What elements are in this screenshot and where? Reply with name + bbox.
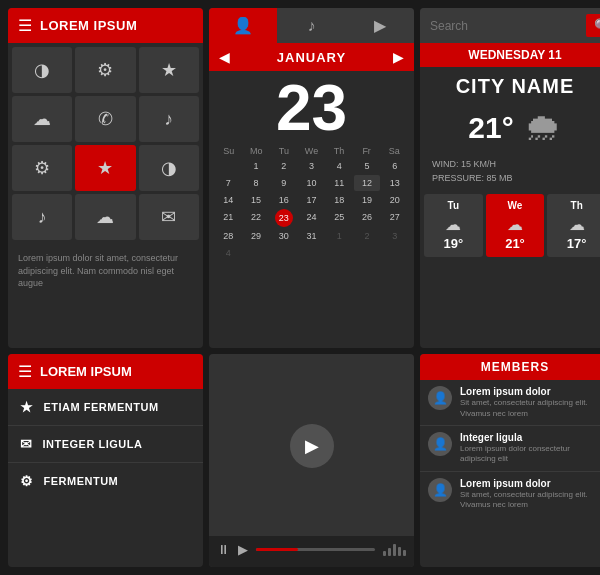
- player-controls: ⏸ ▶: [209, 536, 414, 567]
- cal-day[interactable]: 30: [270, 228, 297, 244]
- play-button[interactable]: ▶: [290, 424, 334, 468]
- day-header-Tu: Tu: [270, 146, 298, 156]
- cal-day[interactable]: 18: [326, 192, 353, 208]
- pause-button[interactable]: ⏸: [217, 542, 230, 557]
- weather-day-We: We ☁ 21°: [486, 194, 545, 257]
- music2-cell[interactable]: ♪: [12, 194, 72, 240]
- tab-music[interactable]: ♪: [277, 8, 345, 43]
- cal-day[interactable]: 31: [298, 228, 325, 244]
- weather-city: CITY NAME: [420, 67, 600, 102]
- star2-cell[interactable]: ★: [75, 145, 135, 191]
- menu-item-icon: ✉: [20, 436, 33, 452]
- cal-day[interactable]: 11: [326, 175, 353, 191]
- left-header-title: LOREM IPSUM: [40, 18, 137, 33]
- member-description: Lorem ipsum dolor consectetur adipiscing…: [460, 444, 600, 465]
- cal-day[interactable]: 4: [215, 245, 242, 261]
- cal-day[interactable]: 17: [298, 192, 325, 208]
- next-month-button[interactable]: ▶: [393, 49, 404, 65]
- cal-day[interactable]: 8: [243, 175, 270, 191]
- weather-main: 21° 🌧: [420, 102, 600, 153]
- cal-day[interactable]: 1: [243, 158, 270, 174]
- cal-day[interactable]: 16: [270, 192, 297, 208]
- menu-widget: ☰ LOREM IPSUM ★ ETIAM FERMENTUM ✉ INTEGE…: [8, 354, 203, 567]
- menu-item-fermentum[interactable]: ⚙ FERMENTUM: [8, 463, 203, 499]
- cal-day[interactable]: 4: [326, 158, 353, 174]
- stop-button[interactable]: ▶: [238, 542, 248, 557]
- weather-days: Tu ☁ 19° We ☁ 21° Th ☁ 17°: [420, 190, 600, 261]
- members-widget: MEMBERS 👤 Lorem ipsum dolor Sit amet, co…: [420, 354, 600, 567]
- progress-bar[interactable]: [256, 548, 375, 551]
- cal-day[interactable]: 15: [243, 192, 270, 208]
- menu-items: ★ ETIAM FERMENTUM ✉ INTEGER LIGULA ⚙ FER…: [8, 389, 203, 499]
- prev-month-button[interactable]: ◀: [219, 49, 230, 65]
- cal-day[interactable]: 13: [381, 175, 408, 191]
- day-temp: 17°: [551, 236, 600, 251]
- day-header-Th: Th: [325, 146, 353, 156]
- cal-day[interactable]: 2: [354, 228, 381, 244]
- cal-day[interactable]: 10: [298, 175, 325, 191]
- weather-temperature: 21°: [468, 111, 513, 145]
- cal-day[interactable]: 23: [275, 209, 293, 227]
- icon-grid-widget: ☰ LOREM IPSUM ◑⚙★☁✆♪⚙★◑♪☁✉ Lorem ipsum d…: [8, 8, 203, 348]
- calendar-tabs: 👤 ♪ ▶: [209, 8, 414, 43]
- cloud2-cell[interactable]: ☁: [75, 194, 135, 240]
- cal-day[interactable]: 2: [270, 158, 297, 174]
- cal-day[interactable]: 20: [381, 192, 408, 208]
- day-header-Mo: Mo: [243, 146, 271, 156]
- tab-profile[interactable]: 👤: [209, 8, 277, 43]
- day-header-Fr: Fr: [353, 146, 381, 156]
- cal-day[interactable]: [215, 158, 242, 174]
- play-icon: ▶: [305, 435, 319, 457]
- player-buttons: ⏸ ▶: [217, 542, 406, 557]
- cal-day[interactable]: 22: [243, 209, 270, 227]
- mail-cell[interactable]: ✉: [139, 194, 199, 240]
- menu-header: ☰ LOREM IPSUM: [8, 354, 203, 389]
- cal-day[interactable]: 3: [381, 228, 408, 244]
- cal-day[interactable]: 9: [270, 175, 297, 191]
- music-cell[interactable]: ♪: [139, 96, 199, 142]
- settings2-cell[interactable]: ⚙: [12, 145, 72, 191]
- calendar-header: ◀ JANUARY ▶: [209, 43, 414, 71]
- cal-day[interactable]: 26: [354, 209, 381, 227]
- members-list: 👤 Lorem ipsum dolor Sit amet, consectetu…: [420, 380, 600, 516]
- cal-day[interactable]: 28: [215, 228, 242, 244]
- search-input[interactable]: [430, 19, 580, 33]
- menu-hamburger-icon: ☰: [18, 362, 32, 381]
- cal-day[interactable]: 5: [354, 158, 381, 174]
- weather-pressure: PRESSURE: 85 MB: [432, 171, 598, 185]
- member-description: Sit amet, consectetur adipiscing elit. V…: [460, 398, 600, 419]
- menu-item-etiam-fermentum[interactable]: ★ ETIAM FERMENTUM: [8, 389, 203, 426]
- day-name: Tu: [428, 200, 479, 211]
- star-cell[interactable]: ★: [139, 47, 199, 93]
- chart-cell[interactable]: ◑: [139, 145, 199, 191]
- cal-day[interactable]: 19: [354, 192, 381, 208]
- day-name: Th: [551, 200, 600, 211]
- search-bar: 🔍: [420, 8, 600, 43]
- cal-day[interactable]: 21: [215, 209, 242, 227]
- pie-chart-cell[interactable]: ◑: [12, 47, 72, 93]
- cal-day[interactable]: 29: [243, 228, 270, 244]
- cal-day[interactable]: 14: [215, 192, 242, 208]
- cal-day[interactable]: 3: [298, 158, 325, 174]
- settings-cell[interactable]: ⚙: [75, 47, 135, 93]
- tab-play[interactable]: ▶: [346, 8, 414, 43]
- calendar-month: JANUARY: [277, 50, 346, 65]
- menu-item-label: ETIAM FERMENTUM: [44, 401, 159, 413]
- cal-day[interactable]: 6: [381, 158, 408, 174]
- menu-item-icon: ⚙: [20, 473, 34, 489]
- cal-day[interactable]: 25: [326, 209, 353, 227]
- search-button[interactable]: 🔍: [586, 14, 600, 37]
- cal-day[interactable]: 1: [326, 228, 353, 244]
- cal-day[interactable]: 27: [381, 209, 408, 227]
- menu-item-integer-ligula[interactable]: ✉ INTEGER LIGULA: [8, 426, 203, 463]
- day-header-Sa: Sa: [380, 146, 408, 156]
- weather-widget: 🔍 WEDNESDAY 11 CITY NAME 21° 🌧 WIND: 15 …: [420, 8, 600, 348]
- cal-day[interactable]: 12: [354, 175, 381, 191]
- cloud-cell[interactable]: ☁: [12, 96, 72, 142]
- member-item: 👤 Lorem ipsum dolor Sit amet, consectetu…: [420, 472, 600, 517]
- day-temp: 19°: [428, 236, 479, 251]
- cal-day[interactable]: 24: [298, 209, 325, 227]
- phone-cell[interactable]: ✆: [75, 96, 135, 142]
- member-avatar: 👤: [428, 386, 452, 410]
- cal-day[interactable]: 7: [215, 175, 242, 191]
